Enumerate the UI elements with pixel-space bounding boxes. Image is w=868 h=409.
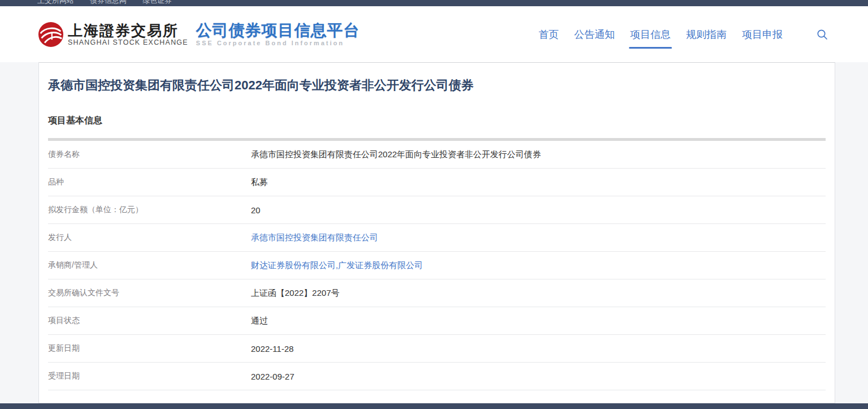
field-value: 私募	[251, 177, 268, 188]
field-value[interactable]: 财达证券股份有限公司,广发证券股份有限公司	[251, 260, 423, 271]
topbar: 上交所网站 债券信息网 绿色证券	[0, 0, 868, 6]
project-card: 承德市国控投资集团有限责任公司2022年面向专业投资者非公开发行公司债券 项目基…	[38, 62, 835, 403]
logo[interactable]: 上海證券交易所 SHANGHAI STOCK EXCHANGE 公司债券项目信息…	[38, 22, 360, 47]
field-value: 上证函【2022】2207号	[251, 288, 340, 299]
table-row: 项目状态 通过	[48, 307, 826, 335]
nav-item-2[interactable]: 项目信息	[630, 28, 671, 41]
table-row: 发行人 承德市国控投资集团有限责任公司	[48, 224, 826, 252]
field-label: 拟发行金额（单位：亿元）	[48, 205, 251, 215]
field-value: 2022-09-27	[251, 372, 294, 381]
nav-item-3[interactable]: 规则指南	[686, 28, 727, 41]
logo-en-name: SHANGHAI STOCK EXCHANGE	[68, 39, 188, 46]
field-label: 交易所确认文件文号	[48, 288, 251, 298]
topbar-link-sse-site[interactable]: 上交所网站	[37, 0, 74, 6]
field-label: 更新日期	[48, 343, 251, 354]
field-value: 20	[251, 205, 261, 215]
platform-en-title: SSE Corporate Bond Information	[196, 40, 360, 47]
project-info-table: 债券名称 承德市国控投资集团有限责任公司2022年面向专业投资者非公开发行公司债…	[48, 141, 826, 390]
field-value: 通过	[251, 316, 268, 326]
field-label: 受理日期	[48, 371, 251, 381]
topbar-link-green-securities[interactable]: 绿色证券	[142, 0, 172, 6]
nav-item-1[interactable]: 公告通知	[574, 28, 615, 41]
field-value[interactable]: 承德市国控投资集团有限责任公司	[251, 233, 378, 243]
page-body: 承德市国控投资集团有限责任公司2022年面向专业投资者非公开发行公司债券 项目基…	[0, 62, 868, 403]
topbar-link-bond-info[interactable]: 债券信息网	[90, 0, 127, 6]
main-nav: 首页公告通知项目信息规则指南项目申报	[539, 28, 828, 41]
table-row: 受理日期 2022-09-27	[48, 363, 826, 390]
search-icon	[817, 29, 828, 40]
field-label: 债券名称	[48, 149, 251, 160]
field-value: 承德市国控投资集团有限责任公司2022年面向专业投资者非公开发行公司债券	[251, 149, 541, 160]
table-row: 债券名称 承德市国控投资集团有限责任公司2022年面向专业投资者非公开发行公司债…	[48, 141, 826, 169]
field-label: 发行人	[48, 233, 251, 243]
table-row: 交易所确认文件文号 上证函【2022】2207号	[48, 279, 826, 307]
page-title: 承德市国控投资集团有限责任公司2022年面向专业投资者非公开发行公司债券	[48, 78, 826, 93]
table-row: 承销商/管理人 财达证券股份有限公司,广发证券股份有限公司	[48, 252, 826, 279]
table-row: 更新日期 2022-11-28	[48, 335, 826, 363]
field-value: 2022-11-28	[251, 344, 294, 354]
section-title: 项目基本信息	[48, 115, 826, 127]
site-header: 上海證券交易所 SHANGHAI STOCK EXCHANGE 公司债券项目信息…	[0, 6, 868, 62]
sse-logo-icon	[38, 22, 63, 47]
topbar-links: 上交所网站 债券信息网 绿色证券	[0, 0, 868, 6]
table-row: 拟发行金额（单位：亿元） 20	[48, 196, 826, 224]
logo-text: 上海證券交易所 SHANGHAI STOCK EXCHANGE	[68, 22, 188, 46]
field-label: 项目状态	[48, 316, 251, 326]
logo-cn-name: 上海證券交易所	[68, 22, 188, 39]
field-label: 承销商/管理人	[48, 260, 251, 270]
search-button[interactable]	[816, 28, 828, 41]
field-label: 品种	[48, 177, 251, 187]
platform-title: 公司债券项目信息平台 SSE Corporate Bond Informatio…	[196, 22, 360, 47]
platform-cn-title: 公司债券项目信息平台	[196, 22, 360, 39]
table-row: 品种 私募	[48, 169, 826, 196]
nav-item-0[interactable]: 首页	[539, 28, 559, 41]
footer-bar	[0, 403, 868, 409]
nav-item-4[interactable]: 项目申报	[742, 28, 783, 41]
